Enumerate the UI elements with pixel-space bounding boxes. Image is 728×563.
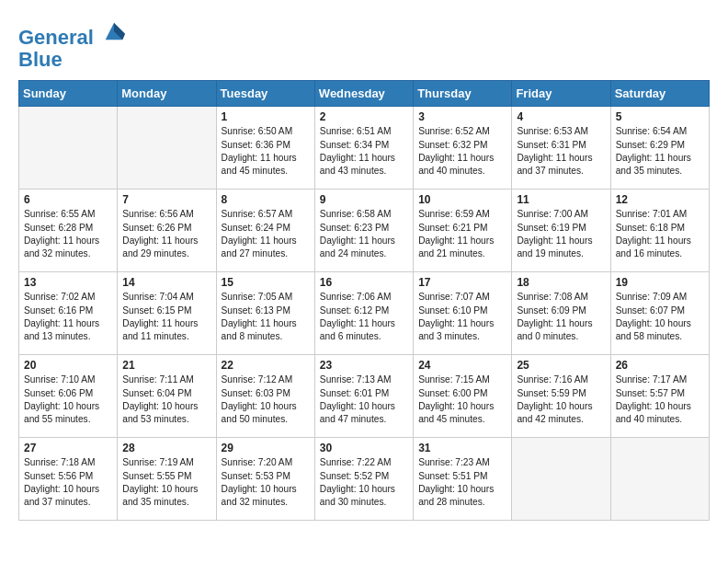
day-info: Sunrise: 6:56 AM Sunset: 6:26 PM Dayligh… [122,208,210,260]
day-info: Sunrise: 7:11 AM Sunset: 6:04 PM Dayligh… [122,373,210,426]
calendar-table: SundayMondayTuesdayWednesdayThursdayFrid… [18,80,710,521]
day-number: 14 [122,276,210,289]
day-number: 16 [320,276,408,289]
day-info: Sunrise: 7:01 AM Sunset: 6:18 PM Dayligh… [616,208,704,260]
calendar-cell [512,438,610,521]
calendar-cell: 22Sunrise: 7:12 AM Sunset: 6:03 PM Dayli… [216,355,314,438]
day-info: Sunrise: 6:55 AM Sunset: 6:28 PM Dayligh… [24,208,112,260]
day-info: Sunrise: 7:23 AM Sunset: 5:51 PM Dayligh… [418,456,506,509]
calendar-cell: 31Sunrise: 7:23 AM Sunset: 5:51 PM Dayli… [414,438,512,521]
day-number: 26 [616,359,704,372]
day-number: 21 [122,359,210,372]
weekday-header: Friday [512,81,610,107]
calendar-week-row: 6Sunrise: 6:55 AM Sunset: 6:28 PM Daylig… [19,190,710,272]
day-number: 4 [517,110,605,123]
calendar-cell: 10Sunrise: 6:59 AM Sunset: 6:21 PM Dayli… [414,190,512,272]
day-number: 17 [418,276,506,289]
logo-text: General Blue [18,18,127,71]
calendar-cell: 9Sunrise: 6:58 AM Sunset: 6:23 PM Daylig… [314,190,413,272]
day-info: Sunrise: 6:54 AM Sunset: 6:29 PM Dayligh… [616,125,704,178]
day-number: 20 [24,359,112,372]
day-info: Sunrise: 7:08 AM Sunset: 6:09 PM Dayligh… [517,291,605,343]
day-number: 30 [320,442,408,454]
calendar-cell: 1Sunrise: 6:50 AM Sunset: 6:36 PM Daylig… [216,107,314,190]
calendar-cell: 15Sunrise: 7:05 AM Sunset: 6:13 PM Dayli… [216,272,314,355]
calendar-cell: 18Sunrise: 7:08 AM Sunset: 6:09 PM Dayli… [512,272,610,355]
day-info: Sunrise: 7:06 AM Sunset: 6:12 PM Dayligh… [320,291,408,343]
calendar-cell: 2Sunrise: 6:51 AM Sunset: 6:34 PM Daylig… [314,107,413,190]
day-info: Sunrise: 7:15 AM Sunset: 6:00 PM Dayligh… [418,373,506,426]
weekday-header-row: SundayMondayTuesdayWednesdayThursdayFrid… [19,81,710,107]
day-number: 29 [222,442,310,454]
calendar-cell: 26Sunrise: 7:17 AM Sunset: 5:57 PM Dayli… [610,355,709,438]
day-number: 8 [222,193,310,206]
calendar-cell [610,438,709,521]
weekday-header: Tuesday [216,81,314,107]
calendar-cell: 16Sunrise: 7:06 AM Sunset: 6:12 PM Dayli… [314,272,413,355]
day-info: Sunrise: 6:52 AM Sunset: 6:32 PM Dayligh… [418,125,506,178]
weekday-header: Saturday [610,81,709,107]
calendar-cell: 19Sunrise: 7:09 AM Sunset: 6:07 PM Dayli… [610,272,709,355]
day-info: Sunrise: 7:07 AM Sunset: 6:10 PM Dayligh… [418,291,506,343]
logo-icon [101,18,127,44]
day-info: Sunrise: 7:02 AM Sunset: 6:16 PM Dayligh… [24,291,112,343]
day-info: Sunrise: 7:17 AM Sunset: 5:57 PM Dayligh… [616,373,704,426]
day-number: 28 [122,442,210,454]
day-info: Sunrise: 6:53 AM Sunset: 6:31 PM Dayligh… [517,125,605,178]
calendar-cell: 30Sunrise: 7:22 AM Sunset: 5:52 PM Dayli… [314,438,413,521]
calendar-week-row: 27Sunrise: 7:18 AM Sunset: 5:56 PM Dayli… [19,438,710,521]
calendar-cell: 7Sunrise: 6:56 AM Sunset: 6:26 PM Daylig… [118,190,216,272]
calendar-cell: 17Sunrise: 7:07 AM Sunset: 6:10 PM Dayli… [414,272,512,355]
weekday-header: Thursday [414,81,512,107]
calendar-cell: 12Sunrise: 7:01 AM Sunset: 6:18 PM Dayli… [610,190,709,272]
day-info: Sunrise: 6:58 AM Sunset: 6:23 PM Dayligh… [320,208,408,260]
page-header: General Blue [18,18,710,71]
day-number: 3 [418,110,506,123]
calendar-cell: 24Sunrise: 7:15 AM Sunset: 6:00 PM Dayli… [414,355,512,438]
day-number: 5 [616,110,704,123]
day-info: Sunrise: 7:13 AM Sunset: 6:01 PM Dayligh… [320,373,408,426]
day-info: Sunrise: 7:05 AM Sunset: 6:13 PM Dayligh… [222,291,310,343]
calendar-week-row: 20Sunrise: 7:10 AM Sunset: 6:06 PM Dayli… [19,355,710,438]
day-info: Sunrise: 6:59 AM Sunset: 6:21 PM Dayligh… [418,208,506,260]
calendar-cell: 27Sunrise: 7:18 AM Sunset: 5:56 PM Dayli… [19,438,118,521]
day-number: 2 [320,110,408,123]
day-number: 18 [517,276,605,289]
calendar-cell: 25Sunrise: 7:16 AM Sunset: 5:59 PM Dayli… [512,355,610,438]
weekday-header: Monday [118,81,216,107]
day-info: Sunrise: 6:50 AM Sunset: 6:36 PM Dayligh… [222,125,310,178]
calendar-cell: 13Sunrise: 7:02 AM Sunset: 6:16 PM Dayli… [19,272,118,355]
day-number: 13 [24,276,112,289]
day-number: 10 [418,193,506,206]
day-number: 1 [222,110,310,123]
day-number: 25 [517,359,605,372]
day-info: Sunrise: 7:04 AM Sunset: 6:15 PM Dayligh… [122,291,210,343]
day-info: Sunrise: 6:57 AM Sunset: 6:24 PM Dayligh… [222,208,310,260]
calendar-week-row: 1Sunrise: 6:50 AM Sunset: 6:36 PM Daylig… [19,107,710,190]
calendar-cell [19,107,118,190]
day-info: Sunrise: 7:22 AM Sunset: 5:52 PM Dayligh… [320,456,408,509]
calendar-cell: 29Sunrise: 7:20 AM Sunset: 5:53 PM Dayli… [216,438,314,521]
day-info: Sunrise: 7:12 AM Sunset: 6:03 PM Dayligh… [222,373,310,426]
calendar-cell: 23Sunrise: 7:13 AM Sunset: 6:01 PM Dayli… [314,355,413,438]
day-number: 12 [616,193,704,206]
calendar-cell [118,107,216,190]
calendar-cell: 21Sunrise: 7:11 AM Sunset: 6:04 PM Dayli… [118,355,216,438]
day-number: 6 [24,193,112,206]
day-number: 31 [418,442,506,454]
calendar-week-row: 13Sunrise: 7:02 AM Sunset: 6:16 PM Dayli… [19,272,710,355]
day-number: 27 [24,442,112,454]
calendar-cell: 8Sunrise: 6:57 AM Sunset: 6:24 PM Daylig… [216,190,314,272]
calendar-cell: 3Sunrise: 6:52 AM Sunset: 6:32 PM Daylig… [414,107,512,190]
day-info: Sunrise: 7:20 AM Sunset: 5:53 PM Dayligh… [222,456,310,509]
weekday-header: Wednesday [314,81,413,107]
calendar-cell: 20Sunrise: 7:10 AM Sunset: 6:06 PM Dayli… [19,355,118,438]
day-info: Sunrise: 7:10 AM Sunset: 6:06 PM Dayligh… [24,373,112,426]
day-info: Sunrise: 7:18 AM Sunset: 5:56 PM Dayligh… [24,456,112,509]
day-number: 11 [517,193,605,206]
day-number: 9 [320,193,408,206]
day-number: 23 [320,359,408,372]
logo: General Blue [18,18,127,71]
day-number: 24 [418,359,506,372]
calendar-cell: 14Sunrise: 7:04 AM Sunset: 6:15 PM Dayli… [118,272,216,355]
